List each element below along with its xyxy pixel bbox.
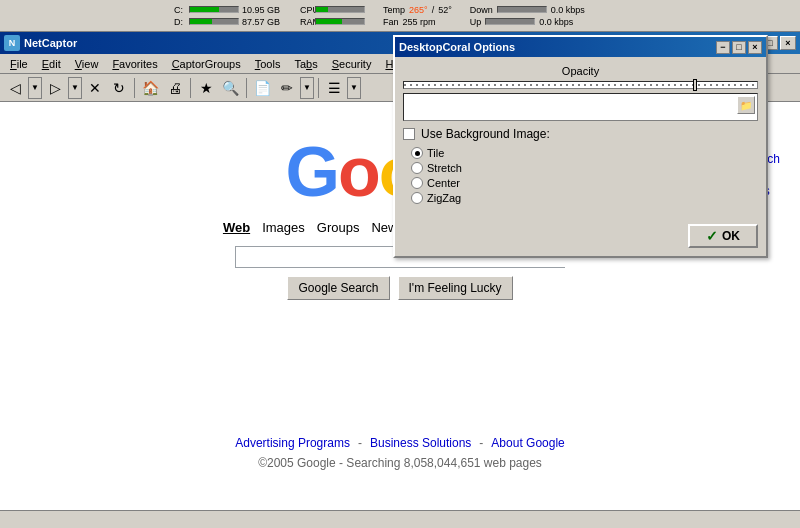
- bg-image-checkbox[interactable]: [403, 128, 415, 140]
- back-dropdown[interactable]: ▼: [28, 77, 42, 99]
- dialog-maximize-button[interactable]: □: [732, 41, 746, 54]
- stop-button[interactable]: ✕: [84, 77, 106, 99]
- advertising-link[interactable]: Advertising Programs: [235, 436, 350, 450]
- footer-links: Advertising Programs - Business Solution…: [0, 436, 800, 450]
- zigzag-label: ZigZag: [427, 192, 461, 204]
- opacity-slider[interactable]: [403, 81, 758, 89]
- opacity-thumb[interactable]: [693, 79, 697, 91]
- cpu-label: CPU: [300, 5, 312, 15]
- up-row: Up 0.0 kbps: [470, 17, 585, 27]
- dialog-title-text: DesktopCoral Options: [399, 41, 515, 53]
- opacity-label: Opacity: [403, 65, 758, 77]
- dialog-footer: ✓ OK: [395, 220, 766, 256]
- up-value: 0.0 kbps: [539, 17, 573, 27]
- fan-row: Fan 255 rpm: [383, 17, 452, 27]
- menu-file[interactable]: File: [4, 56, 34, 72]
- edit-dropdown[interactable]: ▼: [300, 77, 314, 99]
- about-google-link[interactable]: About Google: [491, 436, 564, 450]
- search-buttons: Google Search I'm Feeling Lucky: [287, 276, 512, 300]
- menu-edit[interactable]: Edit: [36, 56, 67, 72]
- edit-button[interactable]: ✏: [276, 77, 298, 99]
- tile-label: Tile: [427, 147, 444, 159]
- down-row: Down 0.0 kbps: [470, 5, 585, 15]
- system-bar: C: 10.95 GB D: 87.57 GB CPU: [0, 0, 800, 32]
- menu-security[interactable]: Security: [326, 56, 378, 72]
- check-icon: ✓: [706, 228, 718, 244]
- cpu-row: CPU: [300, 5, 365, 15]
- feeling-lucky-button[interactable]: I'm Feeling Lucky: [398, 276, 513, 300]
- bg-image-label: Use Background Image:: [421, 127, 550, 141]
- temp-hot: 265°: [409, 5, 428, 15]
- center-option[interactable]: Center: [411, 177, 758, 189]
- nav-web[interactable]: Web: [223, 220, 250, 236]
- network-info: Down 0.0 kbps Up 0.0 kbps: [470, 5, 585, 27]
- fan-value: 255 rpm: [403, 17, 436, 27]
- refresh-button[interactable]: ↻: [108, 77, 130, 99]
- footer-copyright: ©2005 Google - Searching 8,058,044,651 w…: [0, 456, 800, 470]
- menu-favorites[interactable]: Favorites: [106, 56, 163, 72]
- more-button[interactable]: ☰: [323, 77, 345, 99]
- center-radio[interactable]: [411, 177, 423, 189]
- favorites-button[interactable]: ★: [195, 77, 217, 99]
- opacity-dots: [404, 84, 757, 86]
- forward-dropdown[interactable]: ▼: [68, 77, 82, 99]
- search-tool-button[interactable]: 🔍: [219, 77, 242, 99]
- stretch-label: Stretch: [427, 162, 462, 174]
- ok-label: OK: [722, 229, 740, 243]
- more-dropdown[interactable]: ▼: [347, 77, 361, 99]
- zigzag-option[interactable]: ZigZag: [411, 192, 758, 204]
- dialog-minimize-button[interactable]: −: [716, 41, 730, 54]
- disk-info: C: 10.95 GB D: 87.57 GB: [174, 5, 292, 27]
- temp-sep: /: [432, 5, 435, 15]
- menu-captorgroups[interactable]: CaptorGroups: [166, 56, 247, 72]
- ram-row: RAM: [300, 17, 365, 27]
- c-bar: [189, 6, 239, 13]
- fan-label: Fan: [383, 17, 399, 27]
- stretch-option[interactable]: Stretch: [411, 162, 758, 174]
- c-label: C:: [174, 5, 186, 15]
- cpu-bar: [315, 6, 365, 13]
- menu-tabs[interactable]: Tabs: [288, 56, 323, 72]
- zigzag-radio[interactable]: [411, 192, 423, 204]
- nav-images[interactable]: Images: [262, 220, 305, 236]
- dialog-close-button[interactable]: ×: [748, 41, 762, 54]
- temp-info: Temp 265° / 52° Fan 255 rpm: [383, 5, 452, 27]
- d-drive-row: D: 87.57 GB: [174, 17, 292, 27]
- dialog-content: Opacity 📁 Use Background Image:: [395, 57, 766, 220]
- new-tab-button[interactable]: 📄: [251, 77, 274, 99]
- tile-option[interactable]: Tile: [411, 147, 758, 159]
- browser-title: NetCaptor: [24, 37, 77, 49]
- browser-close-button[interactable]: ×: [780, 36, 796, 50]
- google-search-button[interactable]: Google Search: [287, 276, 389, 300]
- tile-radio[interactable]: [411, 147, 423, 159]
- toolbar-sep1: [134, 78, 135, 98]
- print-button[interactable]: 🖨: [164, 77, 186, 99]
- menu-tools[interactable]: Tools: [249, 56, 287, 72]
- forward-button[interactable]: ▷: [44, 77, 66, 99]
- back-button[interactable]: ◁: [4, 77, 26, 99]
- temp-label: Temp: [383, 5, 405, 15]
- browse-button[interactable]: 📁: [737, 96, 755, 114]
- ram-bar: [315, 18, 365, 25]
- bg-image-row: Use Background Image:: [403, 127, 758, 141]
- down-value: 0.0 kbps: [551, 5, 585, 15]
- nav-groups[interactable]: Groups: [317, 220, 360, 236]
- down-bar: [497, 6, 547, 13]
- ok-button[interactable]: ✓ OK: [688, 224, 758, 248]
- c-value: 10.95 GB: [242, 5, 292, 15]
- d-label: D:: [174, 17, 186, 27]
- home-button[interactable]: 🏠: [139, 77, 162, 99]
- dialog-title-buttons[interactable]: − □ ×: [716, 41, 762, 54]
- tile-radio-dot: [415, 151, 420, 156]
- stretch-radio[interactable]: [411, 162, 423, 174]
- radio-options: Tile Stretch Center ZigZag: [411, 147, 758, 204]
- up-label: Up: [470, 17, 482, 27]
- logo-g: G: [285, 133, 337, 211]
- menu-view[interactable]: View: [69, 56, 105, 72]
- ram-label: RAM: [300, 17, 312, 27]
- business-solutions-link[interactable]: Business Solutions: [370, 436, 471, 450]
- desktop-coral-dialog[interactable]: DesktopCoral Options − □ × Opacity 📁 Use: [393, 35, 768, 258]
- image-preview: 📁: [403, 93, 758, 121]
- logo-o1: o: [338, 133, 379, 211]
- browser-icon: N: [4, 35, 20, 51]
